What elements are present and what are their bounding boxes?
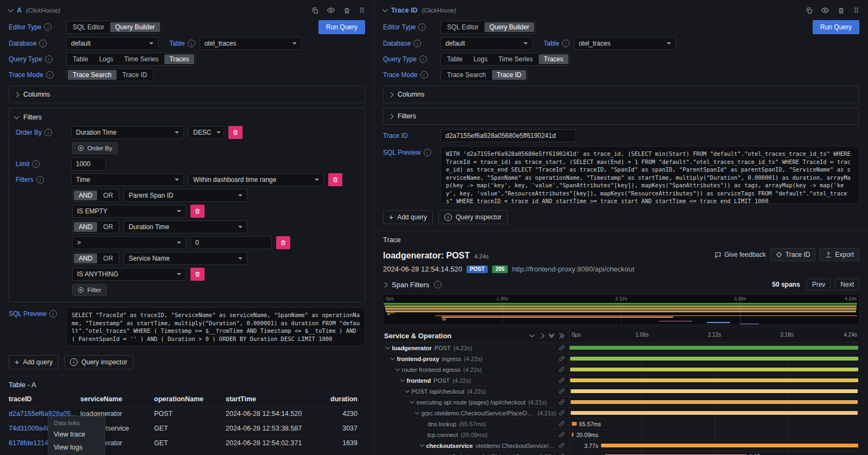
span-bar[interactable] <box>570 346 858 350</box>
option-and[interactable]: AND <box>74 254 97 263</box>
add-order-by-button[interactable]: Order By <box>72 142 118 154</box>
info-icon[interactable]: i <box>44 23 52 31</box>
chevron-down-icon[interactable] <box>400 377 405 382</box>
info-icon[interactable]: i <box>420 71 428 79</box>
span-bar[interactable] <box>571 400 858 404</box>
info-icon[interactable]: i <box>424 149 431 156</box>
span-link-icon[interactable] <box>559 410 569 416</box>
filter-operator-select[interactable]: IS ANYTHING <box>72 268 186 281</box>
option-trace-id[interactable]: Trace ID <box>492 70 527 80</box>
trace-minimap[interactable]: 0μs1.06s2.12s3.18s4.24s <box>383 294 859 325</box>
span-row[interactable]: prepareOrderItemsAndShippingQuoteFromCar… <box>383 451 859 455</box>
column-header[interactable]: operationName <box>154 392 226 407</box>
add-query-button[interactable]: +Add query <box>9 355 59 369</box>
span-bar[interactable] <box>571 411 858 415</box>
filters-section-header[interactable]: Filters <box>12 111 359 123</box>
chevron-down-icon[interactable] <box>386 345 390 349</box>
filters-section[interactable]: Filters <box>383 108 859 125</box>
collapse-all-icon[interactable] <box>529 332 535 338</box>
column-header[interactable]: startTime <box>226 392 324 407</box>
columns-section[interactable]: Columns <box>9 86 365 103</box>
option-trace-search[interactable]: Trace Search <box>68 70 117 80</box>
span-row[interactable]: checkoutserviceoteldemo.CheckoutService/… <box>383 440 859 451</box>
collapse-query-icon[interactable] <box>8 7 14 12</box>
option-and[interactable]: AND <box>74 222 97 232</box>
span-bar[interactable] <box>570 378 858 382</box>
info-icon[interactable]: i <box>49 310 57 318</box>
collapse-deep-icon[interactable] <box>550 334 553 337</box>
hide-query-icon[interactable] <box>327 7 335 14</box>
table-select[interactable]: otel_traces <box>200 37 302 50</box>
run-query-button[interactable]: Run Query <box>813 20 859 34</box>
limit-input[interactable] <box>71 157 106 170</box>
info-icon[interactable]: i <box>44 129 52 136</box>
span-row[interactable]: grpc.oteldemo.CheckoutService/PlaceOrder… <box>383 408 859 419</box>
span-link-icon[interactable] <box>559 345 569 351</box>
chevron-down-icon[interactable] <box>405 388 410 393</box>
option-trace-search[interactable]: Trace Search <box>442 70 491 80</box>
span-row[interactable]: dns.lookup(65.57ms)65.57ms <box>383 419 859 429</box>
expand-deep-icon[interactable] <box>559 334 564 338</box>
duplicate-query-icon[interactable] <box>806 7 813 14</box>
database-select[interactable]: default <box>441 37 533 50</box>
filter-range-select[interactable]: Within dashboard time range <box>188 173 324 186</box>
span-bar[interactable] <box>572 422 576 426</box>
remove-filter-button[interactable] <box>328 173 342 186</box>
chevron-down-icon[interactable] <box>410 399 414 403</box>
span-row[interactable]: POST /api/checkout(4.22s) <box>383 386 859 397</box>
option-query-builder[interactable]: Query Builder <box>484 22 534 32</box>
option-trace-id[interactable]: Trace ID <box>118 70 152 80</box>
span-link-icon[interactable] <box>559 356 569 362</box>
span-link-icon[interactable] <box>559 432 569 438</box>
option-or[interactable]: OR <box>98 222 118 232</box>
order-by-direction-select[interactable]: DESC <box>188 126 224 139</box>
filter-field-select[interactable]: Duration Time <box>124 220 247 233</box>
span-bar[interactable] <box>601 444 859 447</box>
option-time-series[interactable]: Time Series <box>119 54 164 64</box>
info-icon[interactable]: i <box>45 55 53 63</box>
trace-panel-title[interactable]: Trace <box>383 236 859 244</box>
info-icon[interactable]: i <box>413 40 421 47</box>
remove-filter-button[interactable] <box>190 205 205 218</box>
filter-operator-select[interactable]: IS EMPTY <box>72 205 186 218</box>
trace-id-button[interactable]: Trace ID <box>770 248 816 261</box>
info-icon[interactable]: i <box>32 160 40 168</box>
option-query-builder[interactable]: Query Builder <box>110 22 159 32</box>
remove-order-by-button[interactable] <box>228 126 242 139</box>
expand-all-icon[interactable] <box>539 333 545 338</box>
filter-field-select[interactable]: Service Name <box>124 252 247 265</box>
span-row[interactable]: frontend-proxyingress(4.22s) <box>383 353 859 364</box>
query-inspector-button[interactable]: iQuery inspector <box>438 210 508 224</box>
order-by-field-select[interactable]: Duration Time <box>71 126 184 139</box>
span-link-icon[interactable] <box>559 366 569 372</box>
info-icon[interactable]: i <box>188 40 195 47</box>
table-panel-title[interactable]: Table - A <box>9 381 365 389</box>
info-icon[interactable]: i <box>46 71 54 79</box>
span-bar[interactable] <box>571 389 858 393</box>
query-inspector-button[interactable]: iQuery inspector <box>64 355 133 369</box>
chevron-right-icon[interactable] <box>382 282 388 287</box>
column-header[interactable]: traceID <box>9 392 80 407</box>
chevron-down-icon[interactable] <box>391 356 395 360</box>
delete-query-icon[interactable] <box>838 7 845 14</box>
option-logs[interactable]: Logs <box>94 54 118 64</box>
export-button[interactable]: Export <box>820 248 859 261</box>
add-query-button[interactable]: +Add query <box>383 210 433 224</box>
drag-handle-icon[interactable]: ⠿ <box>853 7 859 15</box>
option-sql-editor[interactable]: SQL Editor <box>442 22 483 32</box>
span-row[interactable]: loadgeneratorPOST(4.23s) <box>383 343 859 353</box>
option-or[interactable]: OR <box>98 191 118 200</box>
info-icon[interactable]: i <box>419 55 427 63</box>
collapse-query-icon[interactable] <box>382 7 388 12</box>
columns-section[interactable]: Columns <box>383 86 859 103</box>
info-icon[interactable]: i <box>434 281 442 288</box>
table-select[interactable]: otel_traces <box>574 37 676 50</box>
option-time-series[interactable]: Time Series <box>494 54 538 64</box>
option-and[interactable]: AND <box>74 191 97 200</box>
menu-item-view-logs[interactable]: View logs <box>48 441 105 454</box>
option-sql-editor[interactable]: SQL Editor <box>68 22 109 32</box>
option-or[interactable]: OR <box>98 254 118 263</box>
remove-filter-button[interactable] <box>190 268 205 281</box>
filter-field-select[interactable]: Parent Span ID <box>124 189 247 202</box>
span-row[interactable]: router frontend egress(4.22s) <box>383 364 859 375</box>
